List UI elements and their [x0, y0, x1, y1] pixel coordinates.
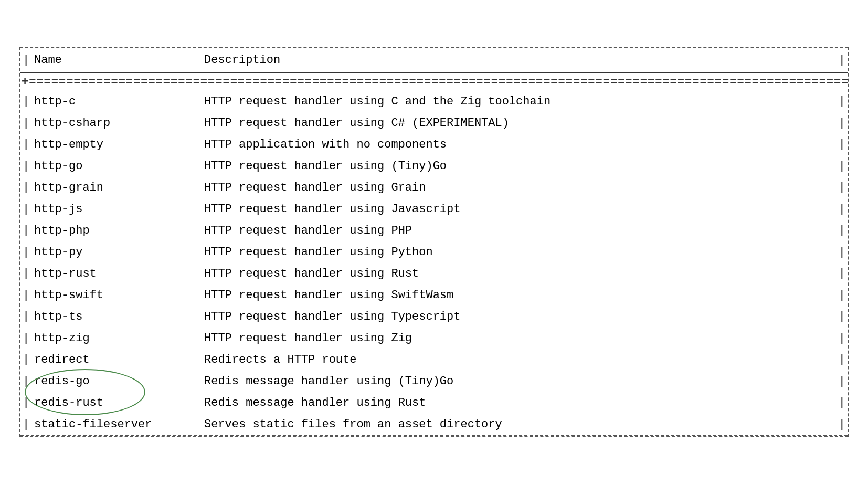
row-name: static-fileserver: [20, 417, 199, 432]
row-description: HTTP request handler using PHP: [199, 223, 848, 238]
row-name: http-grain: [20, 180, 199, 195]
table-row: | redirect Redirects a HTTP route |: [20, 349, 848, 371]
redis-circled-group: | redis-go Redis message handler using (…: [20, 371, 848, 414]
pipe-left: |: [23, 117, 29, 130]
pipe-right: |: [839, 267, 845, 280]
row-name: http-py: [20, 245, 199, 260]
table-row: | http-rust HTTP request handler using R…: [20, 263, 848, 285]
table-row: | http-c HTTP request handler using C an…: [20, 91, 848, 112]
table-body: | http-c HTTP request handler using C an…: [20, 91, 848, 435]
pipe-left: |: [23, 418, 29, 431]
row-description: HTTP application with no components: [199, 137, 848, 152]
table-row: | redis-rust Redis message handler using…: [20, 392, 848, 414]
pipe-right: |: [839, 138, 845, 151]
pipe-left: |: [23, 181, 29, 194]
table-row: | http-php HTTP request handler using PH…: [20, 220, 848, 241]
row-description: Redis message handler using Rust: [199, 395, 848, 411]
pipe-left: |: [23, 95, 29, 108]
pipe-left: |: [23, 289, 29, 302]
row-description: HTTP request handler using Javascript: [199, 202, 848, 217]
header-name: Name: [20, 54, 199, 67]
row-description: HTTP request handler using Rust: [199, 266, 848, 281]
row-description: HTTP request handler using (Tiny)Go: [199, 159, 848, 174]
table-header: | Name Description |: [20, 48, 848, 72]
pipe-left: |: [23, 203, 29, 216]
pipe-right: |: [839, 418, 845, 431]
row-name: redis-go: [20, 374, 199, 389]
pipe-right: |: [839, 246, 845, 259]
row-description: HTTP request handler using Python: [199, 245, 848, 260]
pipe-right-header: |: [839, 54, 845, 67]
pipe-right: |: [839, 203, 845, 216]
row-description: Serves static files from an asset direct…: [199, 417, 848, 432]
table-row: | http-js HTTP request handler using Jav…: [20, 198, 848, 220]
pipe-right: |: [839, 117, 845, 130]
main-table: | Name Description | +==================…: [19, 47, 849, 437]
table-row: | http-go HTTP request handler using (Ti…: [20, 155, 848, 177]
pipe-right: |: [839, 396, 845, 409]
pipe-left: |: [23, 396, 29, 409]
pipe-left: |: [23, 246, 29, 259]
pipe-left: |: [23, 267, 29, 280]
row-name: http-csharp: [20, 115, 199, 131]
separator-equals: +=======================================…: [20, 72, 848, 91]
row-description: HTTP request handler using C# (EXPERIMEN…: [199, 115, 848, 131]
table-row: | http-grain HTTP request handler using …: [20, 177, 848, 198]
pipe-right: |: [839, 310, 845, 323]
row-description: HTTP request handler using SwiftWasm: [199, 288, 848, 303]
row-description: HTTP request handler using C and the Zig…: [199, 94, 848, 109]
table-row: | http-ts HTTP request handler using Typ…: [20, 306, 848, 328]
pipe-left-header: |: [23, 54, 29, 67]
row-name: http-swift: [20, 288, 199, 303]
pipe-left: |: [23, 353, 29, 366]
table-row: | redis-go Redis message handler using (…: [20, 371, 848, 392]
row-name: http-go: [20, 159, 199, 174]
row-name: redis-rust: [20, 395, 199, 411]
pipe-right: |: [839, 289, 845, 302]
pipe-left: |: [23, 375, 29, 388]
row-description: HTTP request handler using Typescript: [199, 309, 848, 324]
row-name: http-c: [20, 94, 199, 109]
pipe-left: |: [23, 310, 29, 323]
table-row: | http-swift HTTP request handler using …: [20, 285, 848, 306]
table-row: | static-fileserver Serves static files …: [20, 414, 848, 435]
row-name: redirect: [20, 352, 199, 367]
pipe-left: |: [23, 138, 29, 151]
row-name: http-rust: [20, 266, 199, 281]
pipe-right: |: [839, 375, 845, 388]
pipe-left: |: [23, 160, 29, 173]
row-description: HTTP request handler using Zig: [199, 331, 848, 346]
pipe-right: |: [839, 181, 845, 194]
row-description: Redis message handler using (Tiny)Go: [199, 374, 848, 389]
table-row: | http-csharp HTTP request handler using…: [20, 112, 848, 134]
table-row: | http-zig HTTP request handler using Zi…: [20, 328, 848, 349]
row-name: http-ts: [20, 309, 199, 324]
pipe-left: |: [23, 224, 29, 237]
table-row: | http-py HTTP request handler using Pyt…: [20, 241, 848, 263]
pipe-left: |: [23, 332, 29, 345]
row-description: HTTP request handler using Grain: [199, 180, 848, 195]
pipe-right: |: [839, 160, 845, 173]
bottom-border: [20, 435, 848, 436]
row-name: http-js: [20, 202, 199, 217]
row-name: http-empty: [20, 137, 199, 152]
table-row: | http-empty HTTP application with no co…: [20, 134, 848, 155]
pipe-right: |: [839, 224, 845, 237]
pipe-right: |: [839, 353, 845, 366]
row-description: Redirects a HTTP route: [199, 352, 848, 367]
row-name: http-zig: [20, 331, 199, 346]
header-description: Description: [199, 54, 848, 67]
pipe-right: |: [839, 332, 845, 345]
row-name: http-php: [20, 223, 199, 238]
pipe-right: |: [839, 95, 845, 108]
